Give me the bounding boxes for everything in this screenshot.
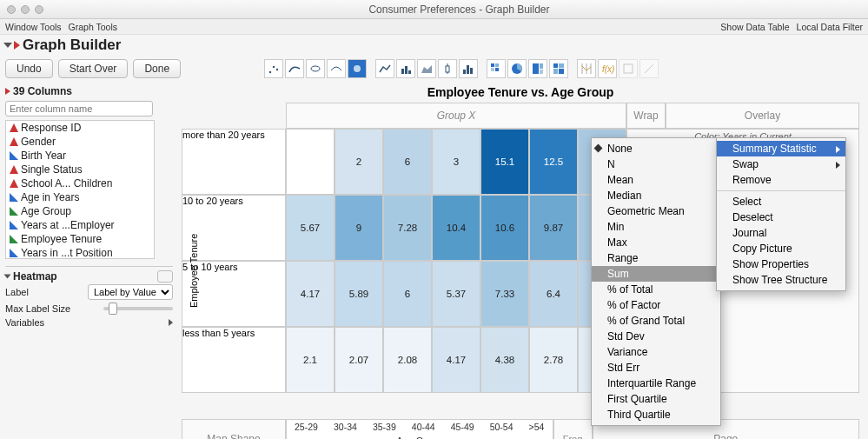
context-menu-item[interactable]: Copy Picture [717,241,845,256]
column-item[interactable]: Years at ...Employer [6,218,154,232]
stat-menu-item[interactable]: Sum [592,266,720,282]
heatmap-cell[interactable]: 7.33 [480,261,529,327]
stat-menu-item[interactable]: Variance [592,344,720,360]
close-dot[interactable] [7,5,16,14]
stat-menu-item[interactable]: Third Quartile [592,407,720,422]
stat-menu-item[interactable]: Max [592,235,720,250]
drop-zone-freq[interactable]: Freq [553,419,593,439]
heatmap-cell[interactable]: 9 [335,195,383,261]
pie-icon[interactable] [507,59,527,78]
caption-icon[interactable] [639,59,659,78]
histogram-icon[interactable] [459,59,478,78]
heatmap-cell[interactable]: 2 [335,129,383,195]
panel-disclosure-icon[interactable] [4,275,11,279]
column-list[interactable]: Response IDGenderBirth YearSingle Status… [5,120,155,259]
disclosure-icon[interactable] [3,43,12,48]
column-search-input[interactable] [5,101,153,116]
heatmap-cell[interactable]: 2.78 [529,327,578,393]
menu-window-tools[interactable]: Window Tools [5,22,62,32]
context-menu-item[interactable]: Deselect [717,210,845,225]
treemap-icon[interactable] [528,59,547,78]
heatmap-cell[interactable]: 5.89 [335,261,383,327]
stat-menu-item[interactable]: Geometric Mean [592,203,720,219]
heatmap-cell[interactable]: 4.38 [480,327,529,393]
context-menu-item[interactable]: Journal [717,225,845,241]
column-item[interactable]: School A... Children [6,176,154,190]
map-icon[interactable] [619,59,638,78]
heatmap-cell[interactable]: 6 [383,261,432,327]
x-axis-zone[interactable]: 25-2930-3435-3940-4445-4950-54>54 Age Gr… [286,419,553,439]
heatmap-cell[interactable]: 6 [383,129,432,195]
variables-expand-icon[interactable] [169,319,173,326]
start-over-button[interactable]: Start Over [58,59,129,78]
label-select[interactable]: Label by Value [88,284,173,300]
heatmap-cell[interactable]: 4.17 [432,327,480,393]
contour-icon[interactable] [327,59,346,78]
stat-menu-item[interactable]: N [592,156,720,172]
stat-menu-item[interactable]: First Quartile [592,391,720,407]
ellipse-icon[interactable] [348,59,367,78]
line-icon[interactable] [375,59,394,78]
window-controls[interactable] [0,5,50,14]
drop-zone-wrap[interactable]: Wrap [626,103,666,129]
heatmap-cell[interactable]: 12.5 [529,129,578,195]
column-item[interactable]: Age in Years [6,190,154,204]
menu-show-data-table[interactable]: Show Data Table [720,22,789,32]
stat-menu-item[interactable]: % of Grand Total [592,313,720,329]
bar-icon[interactable] [396,59,415,78]
column-item[interactable]: Response ID [6,121,154,135]
heatmap-cell[interactable]: 5.67 [286,195,335,261]
drop-zone-overlay[interactable]: Overlay [666,103,859,129]
heatmap-cell[interactable]: 10.6 [480,195,529,261]
column-item[interactable]: Years in ...t Position [6,246,154,259]
panel-stepper[interactable] [157,270,173,283]
column-item[interactable]: Single Status [6,163,154,176]
column-item[interactable]: Age Group [6,204,154,218]
area-icon[interactable] [417,59,436,78]
column-item[interactable]: Employee Tenure [6,232,154,246]
boxplot-icon[interactable] [438,59,457,78]
statistic-submenu[interactable]: NoneNMeanMedianGeometric MeanMinMaxRange… [591,137,721,426]
stat-menu-item[interactable]: % of Total [592,282,720,297]
mosaic-icon[interactable] [549,59,568,78]
stat-menu-item[interactable]: Median [592,188,720,203]
heatmap-cell[interactable]: 3 [432,129,480,195]
context-menu[interactable]: Summary StatisticSwapRemoveSelectDeselec… [716,137,846,291]
stat-menu-item[interactable]: Std Err [592,360,720,376]
red-triangle-icon[interactable] [14,41,20,50]
min-dot[interactable] [21,5,30,14]
heatmap-cell[interactable]: 5.37 [432,261,480,327]
done-button[interactable]: Done [133,59,181,78]
points-icon[interactable] [264,59,283,78]
heatmap-cell[interactable]: 2.07 [335,327,383,393]
heatmap-cell[interactable]: 2.08 [383,327,432,393]
stat-menu-item[interactable]: Interquartile Range [592,376,720,391]
heatmap-cell[interactable]: 6.4 [529,261,578,327]
menu-local-data-filter[interactable]: Local Data Filter [797,22,863,32]
context-menu-item[interactable]: Select [717,194,845,210]
heatmap-cell[interactable]: 2.1 [286,327,335,393]
heatmap-cell[interactable]: 9.87 [529,195,578,261]
heatmap-cell[interactable]: 10.4 [432,195,480,261]
heatmap-cell[interactable] [286,129,335,195]
context-menu-item[interactable]: Show Tree Structure [717,272,845,288]
smoother-icon[interactable] [285,59,304,78]
drop-zone-group-x[interactable]: Group X [286,103,626,129]
parallel-icon[interactable] [577,59,596,78]
max-label-slider[interactable] [103,307,173,310]
undo-button[interactable]: Undo [5,59,53,78]
column-item[interactable]: Birth Year [6,149,154,163]
stat-menu-item[interactable]: Mean [592,172,720,188]
columns-red-triangle-icon[interactable] [5,88,10,95]
drop-zone-map-shape[interactable]: Map Shape [182,419,286,439]
formula-icon[interactable]: f(x) [598,59,617,78]
stat-menu-item[interactable]: Std Dev [592,329,720,344]
zoom-dot[interactable] [35,5,43,14]
menu-graph-tools[interactable]: Graph Tools [69,22,117,32]
context-menu-item[interactable]: Swap [717,156,845,172]
column-item[interactable]: Gender [6,135,154,149]
stat-menu-item[interactable]: Range [592,250,720,266]
heatmap-cell[interactable]: 7.28 [383,195,432,261]
context-menu-item[interactable]: Remove [717,172,845,188]
heatmap-icon[interactable] [487,59,506,78]
